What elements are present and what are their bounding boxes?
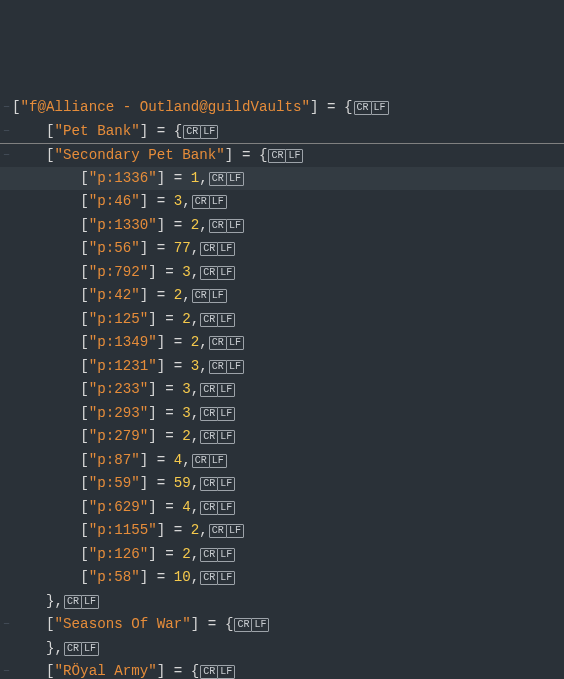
code-line[interactable]: },CRLF: [0, 637, 564, 661]
code-line[interactable]: ["p:1231"] = 3,CRLF: [0, 355, 564, 379]
bracket-close: ]: [157, 170, 166, 186]
code-line[interactable]: ["p:125"] = 2,CRLF: [0, 308, 564, 332]
code-line[interactable]: ["p:42"] = 2,CRLF: [0, 284, 564, 308]
code-line[interactable]: ["p:279"] = 2,CRLF: [0, 425, 564, 449]
eol-marker: CRLF: [193, 190, 227, 214]
fold-toggle[interactable]: −: [2, 660, 11, 679]
bracket-open: [: [80, 240, 89, 256]
eol-marker: CRLF: [201, 660, 235, 679]
fold-toggle[interactable]: −: [2, 96, 11, 120]
bracket-close: ]: [148, 499, 157, 515]
bracket-close: ]: [310, 99, 319, 115]
equals: =: [165, 311, 174, 327]
equals: =: [165, 428, 174, 444]
bracket-close: ]: [148, 405, 157, 421]
code-line[interactable]: ["p:46"] = 3,CRLF: [0, 190, 564, 214]
bracket-open: [: [80, 358, 89, 374]
bracket-open: [: [80, 428, 89, 444]
code-line[interactable]: ["p:126"] = 2,CRLF: [0, 543, 564, 567]
comma: ,: [191, 499, 200, 515]
comma: ,: [182, 452, 191, 468]
equals: =: [157, 193, 166, 209]
code-line[interactable]: − ["Pet Bank"] = {CRLF: [0, 120, 564, 144]
bracket-close: ]: [140, 240, 149, 256]
bracket-open: [: [80, 311, 89, 327]
value-number: 3: [182, 264, 191, 280]
comma: ,: [199, 170, 208, 186]
table-key: "Secondary Pet Bank": [55, 147, 225, 163]
code-line[interactable]: ["p:87"] = 4,CRLF: [0, 449, 564, 473]
comma: ,: [182, 287, 191, 303]
eol-marker: CRLF: [210, 167, 244, 191]
code-line[interactable]: − ["RÖyal Army"] = {CRLF: [0, 660, 564, 679]
table-key: "p:56": [89, 240, 140, 256]
eol-marker: CRLF: [184, 120, 218, 144]
eol-marker: CRLF: [210, 331, 244, 355]
eol-marker: CRLF: [210, 214, 244, 238]
bracket-close: ]: [140, 287, 149, 303]
eol-marker: CRLF: [65, 637, 99, 661]
comma: ,: [191, 264, 200, 280]
equals: =: [242, 147, 251, 163]
bracket-open: [: [80, 569, 89, 585]
code-line[interactable]: − ["Secondary Pet Bank"] = {CRLF: [0, 143, 564, 167]
bracket-open: [: [80, 405, 89, 421]
equals: =: [165, 381, 174, 397]
code-line[interactable]: −["f@Alliance - Outland@guildVaults"] = …: [0, 96, 564, 120]
table-key: "p:125": [89, 311, 149, 327]
code-line[interactable]: ["p:1349"] = 2,CRLF: [0, 331, 564, 355]
comma: ,: [191, 475, 200, 491]
eol-marker: CRLF: [201, 237, 235, 261]
equals: =: [157, 475, 166, 491]
table-key: "RÖyal Army": [55, 663, 157, 679]
bracket-open: [: [80, 287, 89, 303]
eol-marker: CRLF: [201, 496, 235, 520]
code-line[interactable]: ["p:293"] = 3,CRLF: [0, 402, 564, 426]
table-key: "p:1336": [89, 170, 157, 186]
eol-marker: CRLF: [201, 378, 235, 402]
eol-marker: CRLF: [201, 543, 235, 567]
eol-marker: CRLF: [210, 355, 244, 379]
equals: =: [174, 358, 183, 374]
bracket-close: ]: [157, 522, 166, 538]
bracket-open: [: [80, 546, 89, 562]
bracket-close: ]: [157, 217, 166, 233]
eol-marker: CRLF: [193, 284, 227, 308]
code-line[interactable]: ["p:233"] = 3,CRLF: [0, 378, 564, 402]
comma: ,: [182, 193, 191, 209]
code-line[interactable]: ["p:59"] = 59,CRLF: [0, 472, 564, 496]
fold-toggle[interactable]: −: [2, 144, 11, 168]
code-line[interactable]: ["p:56"] = 77,CRLF: [0, 237, 564, 261]
bracket-close: ]: [140, 123, 149, 139]
equals: =: [165, 264, 174, 280]
comma: ,: [191, 381, 200, 397]
code-line[interactable]: ["p:1330"] = 2,CRLF: [0, 214, 564, 238]
fold-toggle[interactable]: −: [2, 120, 11, 144]
equals: =: [174, 170, 183, 186]
table-key: "p:1231": [89, 358, 157, 374]
comma: ,: [55, 593, 64, 609]
code-line[interactable]: ["p:629"] = 4,CRLF: [0, 496, 564, 520]
bracket-open: [: [80, 522, 89, 538]
comma: ,: [191, 311, 200, 327]
code-line[interactable]: ["p:58"] = 10,CRLF: [0, 566, 564, 590]
code-line[interactable]: ["p:1336"] = 1,CRLF: [0, 167, 564, 191]
bracket-close: ]: [148, 546, 157, 562]
table-key: "p:1155": [89, 522, 157, 538]
code-line[interactable]: − ["Seasons Of War"] = {CRLF: [0, 613, 564, 637]
value-number: 59: [174, 475, 191, 491]
table-key: "Pet Bank": [55, 123, 140, 139]
table-key: "p:1349": [89, 334, 157, 350]
bracket-close: ]: [148, 428, 157, 444]
code-editor[interactable]: −["f@Alliance - Outland@guildVaults"] = …: [0, 94, 564, 679]
table-key: "Seasons Of War": [55, 616, 191, 632]
brace-open: {: [225, 616, 234, 632]
eol-marker: CRLF: [235, 613, 269, 637]
code-line[interactable]: ["p:792"] = 3,CRLF: [0, 261, 564, 285]
fold-toggle[interactable]: −: [2, 613, 11, 637]
bracket-open: [: [80, 334, 89, 350]
code-line[interactable]: },CRLF: [0, 590, 564, 614]
code-line[interactable]: ["p:1155"] = 2,CRLF: [0, 519, 564, 543]
eol-marker: CRLF: [210, 519, 244, 543]
equals: =: [208, 616, 217, 632]
